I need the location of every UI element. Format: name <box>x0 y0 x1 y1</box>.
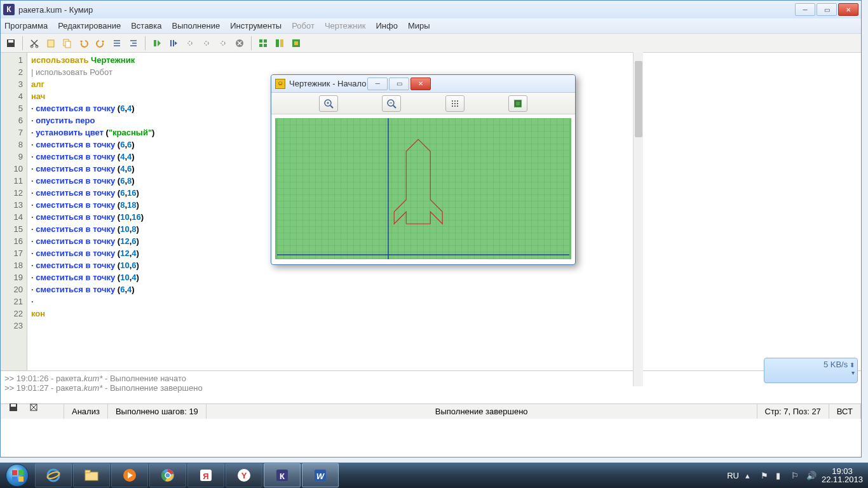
statusbar: Анализ Выполнено шагов: 19 Выполнение за… <box>1 403 861 419</box>
save-small-icon[interactable] <box>6 400 21 415</box>
tray-clock[interactable]: 19:03 22.11.2013 <box>822 467 863 484</box>
status-state: Выполнение завершено <box>207 404 757 419</box>
list-icon[interactable] <box>109 36 125 51</box>
svg-rect-21 <box>11 404 16 407</box>
menu-выполнение[interactable]: Выполнение <box>172 21 220 30</box>
svg-point-47 <box>165 473 170 478</box>
paste-icon[interactable] <box>43 36 58 51</box>
svg-rect-14 <box>259 44 262 47</box>
step-into-icon[interactable] <box>182 36 198 51</box>
svg-point-40 <box>48 470 59 481</box>
svg-rect-15 <box>264 44 267 47</box>
task-kumir[interactable]: К <box>264 463 301 487</box>
grid3-icon[interactable] <box>288 36 304 51</box>
editor-vscrollbar[interactable] <box>633 52 643 386</box>
step-out-icon[interactable] <box>215 36 231 51</box>
stop-icon[interactable] <box>232 36 247 51</box>
menu-миры[interactable]: Миры <box>408 21 430 30</box>
svg-rect-16 <box>276 39 279 47</box>
svg-text:W: W <box>316 471 325 481</box>
menu-робот[interactable]: Робот <box>292 21 315 30</box>
zoom-out-icon[interactable] <box>382 95 401 112</box>
menu-редактирование[interactable]: Редактирование <box>58 21 121 30</box>
menu-программа[interactable]: Программа <box>4 21 48 30</box>
menubar: ПрограммаРедактированиеВставкаВыполнение… <box>1 18 861 34</box>
tray-lang[interactable]: RU <box>727 471 739 480</box>
menu-чертежник[interactable]: Чертежник <box>325 21 366 30</box>
side-pane <box>637 53 861 370</box>
save-icon[interactable] <box>3 36 18 51</box>
svg-point-28 <box>452 103 453 104</box>
notif-speed: 5 KB/s <box>824 360 848 369</box>
copy-icon[interactable] <box>60 36 75 51</box>
clear-icon[interactable] <box>26 400 41 415</box>
grid-toggle-icon[interactable] <box>445 95 465 112</box>
svg-text:К: К <box>280 471 285 481</box>
step-over-icon[interactable] <box>199 36 214 51</box>
step-icon[interactable] <box>166 36 181 51</box>
tray-volume-icon[interactable]: 🔊 <box>806 471 815 480</box>
draft-canvas[interactable] <box>275 118 571 259</box>
redo-icon[interactable] <box>93 36 108 51</box>
app-icon: К <box>3 4 15 15</box>
draft-app-icon <box>275 79 285 89</box>
indent-icon[interactable] <box>126 36 141 51</box>
close-button[interactable]: ✕ <box>838 3 858 16</box>
menu-вставка[interactable]: Вставка <box>131 21 161 30</box>
svg-rect-43 <box>85 470 90 473</box>
system-tray[interactable]: RU ▴ ⚑ ▮ ⚐ 🔊 19:03 22.11.2013 <box>722 467 868 484</box>
status-analyze[interactable]: Анализ <box>64 404 108 419</box>
fit-icon[interactable] <box>508 95 527 112</box>
draft-minimize-button[interactable]: ─ <box>367 78 388 90</box>
svg-point-29 <box>454 103 456 104</box>
draft-titlebar[interactable]: Чертежник - Начало ─ ▭ ✕ <box>271 75 575 93</box>
svg-point-25 <box>452 100 453 102</box>
draft-close-button[interactable]: ✕ <box>410 78 431 90</box>
status-steps: Выполнено шагов: 19 <box>108 404 207 419</box>
tray-action-icon[interactable]: ⚐ <box>791 471 800 480</box>
minimize-button[interactable]: ─ <box>795 3 815 16</box>
draft-toolbar <box>271 93 575 114</box>
taskbar: Я Y К W RU ▴ ⚑ ▮ ⚐ 🔊 19:03 22.11.2013 <box>0 463 868 488</box>
titlebar[interactable]: К ракета.kum - Кумир ─ ▭ ✕ <box>1 1 861 18</box>
svg-rect-42 <box>85 472 98 480</box>
task-word[interactable]: W <box>302 463 339 487</box>
draft-title-text: Чертежник - Начало <box>289 79 366 88</box>
task-ie[interactable] <box>35 463 72 487</box>
draft-maximize-button[interactable]: ▭ <box>389 78 409 90</box>
svg-rect-7 <box>154 40 156 46</box>
maximize-button[interactable]: ▭ <box>817 3 837 16</box>
svg-point-31 <box>452 105 453 107</box>
menu-инфо[interactable]: Инфо <box>376 21 397 30</box>
draft-window[interactable]: Чертежник - Начало ─ ▭ ✕ <box>271 74 576 265</box>
zoom-in-icon[interactable] <box>319 95 338 112</box>
task-chrome[interactable] <box>149 463 186 487</box>
task-yandex[interactable]: Я <box>187 463 224 487</box>
grid2-icon[interactable] <box>272 36 287 51</box>
task-explorer[interactable] <box>73 463 110 487</box>
menu-инструменты[interactable]: Инструменты <box>230 21 281 30</box>
svg-point-8 <box>188 41 192 45</box>
undo-icon[interactable] <box>76 36 92 51</box>
tray-flag-icon[interactable]: ⚑ <box>761 471 770 480</box>
svg-text:Я: Я <box>203 471 208 481</box>
svg-point-33 <box>457 105 458 107</box>
bottom-toolbar <box>1 398 64 416</box>
svg-rect-17 <box>280 39 283 47</box>
svg-point-32 <box>454 105 456 107</box>
cut-icon[interactable] <box>27 36 42 51</box>
run-icon[interactable] <box>149 36 165 51</box>
grid1-icon[interactable] <box>255 36 271 51</box>
svg-rect-1 <box>8 40 13 43</box>
line-gutter: 1234567891011121314151617181920212223 <box>1 53 27 370</box>
svg-point-10 <box>221 41 225 45</box>
tray-arrow-icon[interactable]: ▴ <box>745 471 754 480</box>
task-ybrowser[interactable]: Y <box>226 463 262 487</box>
network-notification[interactable]: 5 KB/s ⬍▾ <box>764 358 858 383</box>
task-media[interactable] <box>111 463 148 487</box>
svg-point-27 <box>457 100 458 102</box>
tray-network-icon[interactable]: ▮ <box>776 471 785 480</box>
console[interactable]: >> 19:01:26 - ракета.kum* - Выполнение н… <box>1 370 861 403</box>
svg-rect-19 <box>294 41 298 45</box>
start-button[interactable] <box>0 463 34 488</box>
